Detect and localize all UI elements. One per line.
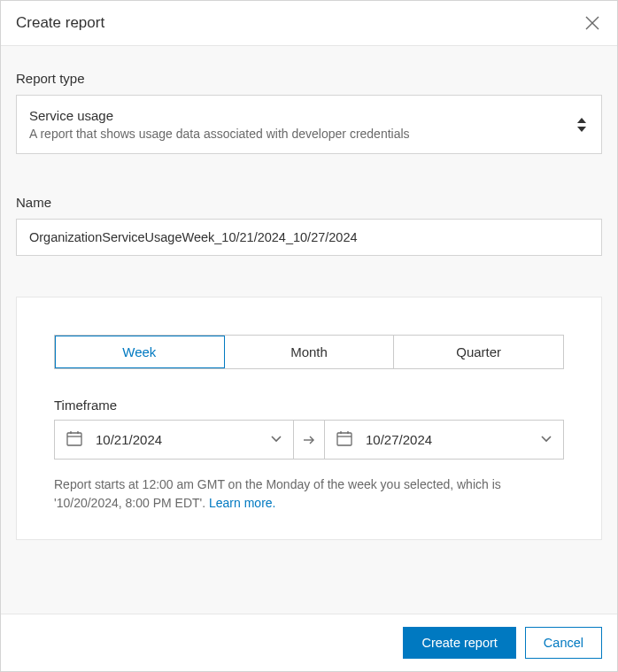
timeframe-help-text: Report starts at 12:00 am GMT on the Mon… bbox=[54, 475, 564, 513]
close-icon bbox=[584, 15, 600, 31]
dialog-title: Create report bbox=[16, 14, 104, 32]
calendar-icon bbox=[66, 429, 83, 450]
report-type-label: Report type bbox=[16, 71, 602, 86]
name-label: Name bbox=[16, 195, 602, 210]
create-report-button[interactable]: Create report bbox=[403, 627, 515, 659]
calendar-icon bbox=[336, 429, 353, 450]
chevron-down-icon bbox=[540, 432, 552, 447]
date-range-arrow bbox=[293, 421, 325, 459]
dialog-body: Report type Service usage A report that … bbox=[1, 46, 617, 614]
report-type-select[interactable]: Service usage A report that shows usage … bbox=[16, 95, 602, 154]
timeframe-panel: Week Month Quarter Timeframe 10/21/2024 bbox=[16, 297, 602, 540]
start-date-picker[interactable]: 10/21/2024 bbox=[55, 421, 293, 459]
learn-more-link[interactable]: Learn more. bbox=[209, 496, 275, 510]
report-type-selected-description: A report that shows usage data associate… bbox=[29, 127, 559, 141]
report-type-selected-title: Service usage bbox=[29, 108, 559, 123]
end-date-value: 10/27/2024 bbox=[366, 432, 528, 447]
svg-rect-7 bbox=[337, 433, 351, 445]
dialog-footer: Create report Cancel bbox=[1, 614, 617, 671]
timeframe-label: Timeframe bbox=[54, 398, 564, 413]
chevron-down-icon bbox=[270, 432, 282, 447]
select-stepper-icon bbox=[576, 117, 587, 133]
cancel-button[interactable]: Cancel bbox=[525, 627, 602, 659]
period-tab-month[interactable]: Month bbox=[225, 336, 395, 368]
date-range: 10/21/2024 10/27/2024 bbox=[54, 420, 564, 460]
period-tab-quarter[interactable]: Quarter bbox=[394, 336, 563, 368]
create-report-dialog: Create report Report type Service usage … bbox=[0, 0, 618, 672]
period-tab-week[interactable]: Week bbox=[55, 336, 225, 368]
close-button[interactable] bbox=[583, 13, 602, 33]
name-input[interactable] bbox=[16, 219, 602, 256]
period-segmented-control: Week Month Quarter bbox=[54, 335, 564, 369]
end-date-picker[interactable]: 10/27/2024 bbox=[325, 421, 563, 459]
svg-rect-2 bbox=[67, 433, 81, 445]
start-date-value: 10/21/2024 bbox=[96, 432, 258, 447]
dialog-header: Create report bbox=[1, 1, 617, 46]
help-text-body: Report starts at 12:00 am GMT on the Mon… bbox=[54, 477, 501, 510]
